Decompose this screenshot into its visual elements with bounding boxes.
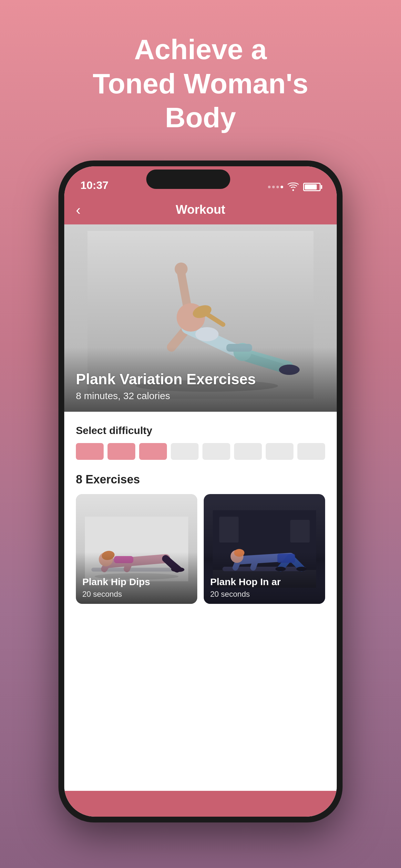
- phone-screen: 10:37: [64, 166, 337, 817]
- difficulty-label: Select difficulty: [76, 425, 325, 437]
- status-time: 10:37: [81, 179, 109, 191]
- svg-point-14: [195, 327, 219, 341]
- battery-fill: [305, 184, 317, 190]
- workout-title: Plank Variation Exercises: [76, 370, 256, 388]
- headline-line1: Achieve a: [134, 33, 267, 65]
- dot1: [268, 186, 271, 188]
- hero-headline: Achieve a Toned Woman's Body: [67, 32, 334, 135]
- exercises-label: 8 Exercises: [76, 473, 325, 486]
- card-2-overlay: Plank Hop In ar 20 seconds: [204, 552, 325, 604]
- diff-bar-1[interactable]: [76, 443, 104, 460]
- diff-bar-8[interactable]: [297, 443, 325, 460]
- workout-meta: 8 minutes, 32 calories: [76, 391, 256, 401]
- svg-rect-31: [219, 517, 239, 542]
- exercise-card-2[interactable]: Plank Hop In ar 20 seconds: [204, 494, 325, 604]
- exercise-1-title: Plank Hip Dips: [82, 576, 191, 588]
- card-1-overlay: Plank Hip Dips 20 seconds: [76, 552, 197, 604]
- exercise-card-1[interactable]: Plank Hip Dips 20 seconds: [76, 494, 197, 604]
- exercise-2-title: Plank Hop In ar: [210, 576, 319, 588]
- svg-rect-32: [290, 520, 310, 542]
- exercises-row: Plank Hip Dips 20 seconds: [76, 494, 325, 604]
- diff-bar-5[interactable]: [203, 443, 230, 460]
- diff-bar-4[interactable]: [171, 443, 198, 460]
- diff-bar-6[interactable]: [234, 443, 262, 460]
- diff-bar-2[interactable]: [107, 443, 135, 460]
- signal-icon: [268, 186, 283, 188]
- dot3: [276, 186, 279, 188]
- nav-title: Workout: [176, 203, 225, 217]
- status-icons: [268, 182, 320, 191]
- workout-hero-image: Plank Variation Exercises 8 minutes, 32 …: [64, 224, 337, 412]
- back-button[interactable]: ‹: [76, 202, 81, 218]
- headline-line3: Body: [165, 101, 236, 133]
- nav-bar: ‹ Workout: [64, 195, 337, 224]
- notch: [146, 169, 230, 189]
- diff-bar-3[interactable]: [139, 443, 167, 460]
- diff-bar-7[interactable]: [266, 443, 294, 460]
- exercises-section: 8 Exercises: [76, 473, 325, 604]
- bottom-bar: [64, 791, 337, 817]
- dot2: [272, 186, 275, 188]
- headline-line2: Toned Woman's: [93, 67, 308, 99]
- svg-point-0: [292, 189, 294, 191]
- difficulty-bars[interactable]: [76, 443, 325, 460]
- wifi-icon: [287, 182, 299, 191]
- phone-frame: 10:37: [58, 160, 343, 823]
- exercise-1-time: 20 seconds: [82, 590, 191, 599]
- exercise-2-time: 20 seconds: [210, 590, 319, 599]
- difficulty-section: Select difficulty: [76, 425, 325, 460]
- content-area: Select difficulty 8 Exercises: [64, 412, 337, 791]
- svg-point-8: [175, 262, 188, 275]
- battery-icon: [303, 183, 320, 191]
- workout-hero-text: Plank Variation Exercises 8 minutes, 32 …: [64, 360, 267, 412]
- status-bar: 10:37: [64, 166, 337, 195]
- dot4: [281, 186, 283, 188]
